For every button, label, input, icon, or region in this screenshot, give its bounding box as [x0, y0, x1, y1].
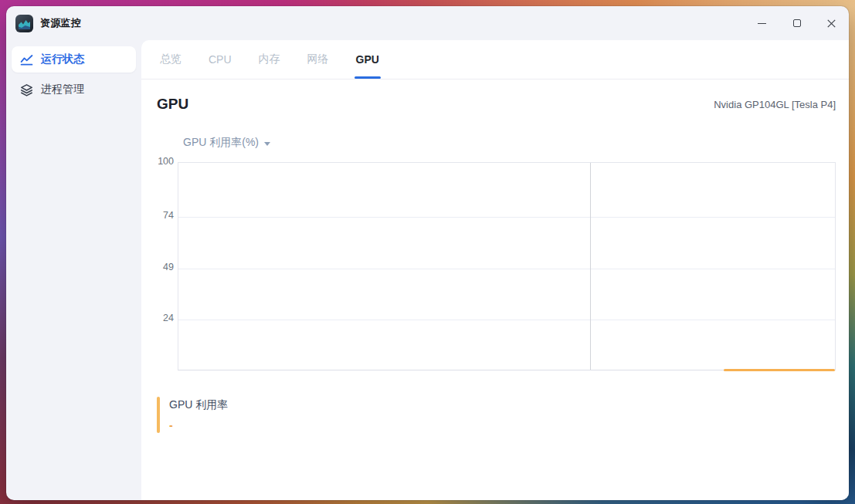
gridline — [178, 217, 835, 218]
minimize-icon — [758, 23, 766, 24]
tab-label: 内存 — [259, 52, 280, 66]
legend-value: - — [169, 419, 228, 431]
layers-icon — [20, 83, 33, 96]
legend-gpu-utilization[interactable]: GPU 利用率 - — [157, 397, 228, 433]
titlebar: 资源监控 — [6, 6, 849, 40]
tab-cpu[interactable]: CPU — [207, 40, 233, 79]
tab-label: 网络 — [307, 52, 329, 66]
close-icon — [827, 19, 836, 28]
tab-memory[interactable]: 内存 — [257, 40, 282, 79]
app-title: 资源监控 — [40, 16, 81, 30]
page-header: GPU Nvidia GP104GL [Tesla P4] — [157, 96, 836, 113]
page-title: GPU — [157, 96, 188, 113]
gpu-utilization-plot-area — [178, 162, 836, 370]
sidebar-item-label: 进程管理 — [41, 83, 84, 96]
legend-label: GPU 利用率 — [169, 398, 228, 412]
line-chart-icon — [20, 53, 33, 66]
gridline — [178, 269, 835, 269]
y-axis-tick: 49 — [141, 262, 174, 272]
maximize-icon — [793, 19, 801, 27]
app-icon — [15, 15, 33, 32]
tab-overview[interactable]: 总览 — [158, 40, 183, 79]
chart-metric-label: GPU 利用率(%) — [183, 136, 259, 150]
chart-metric-selector[interactable]: GPU 利用率(%) — [183, 136, 270, 150]
y-axis-tick: 24 — [141, 313, 174, 323]
x-axis-split-line — [590, 163, 591, 370]
legend-texts: GPU 利用率 - — [169, 397, 228, 433]
sidebar-item-label: 运行状态 — [41, 52, 84, 66]
tab-label: GPU — [356, 53, 379, 66]
sidebar: 运行状态 进程管理 — [6, 40, 141, 500]
desktop-wallpaper: 资源监控 — [0, 0, 855, 504]
active-tab-underline — [355, 76, 381, 79]
tab-gpu[interactable]: GPU — [355, 40, 381, 79]
legend-color-bar — [157, 397, 160, 433]
maximize-button[interactable] — [779, 6, 814, 40]
tab-label: CPU — [209, 53, 232, 66]
window-controls — [745, 6, 849, 40]
main-panel: 总览 CPU 内存 网络 GPU GPU Nvidia GP104GL [ — [141, 40, 849, 500]
sidebar-item-process-management[interactable]: 进程管理 — [12, 76, 136, 103]
y-axis-tick: 100 — [141, 156, 174, 167]
gpu-utilization-series-line — [724, 369, 836, 371]
minimize-button[interactable] — [745, 6, 779, 40]
sidebar-item-running-status[interactable]: 运行状态 — [12, 46, 136, 73]
tab-bar: 总览 CPU 内存 网络 GPU — [141, 40, 849, 79]
tab-label: 总览 — [160, 52, 182, 66]
gpu-device-name: Nvidia GP104GL [Tesla P4] — [714, 99, 836, 110]
resource-monitor-window: 资源监控 — [6, 6, 849, 500]
y-axis-tick: 74 — [141, 210, 174, 221]
chevron-down-icon — [264, 142, 270, 146]
tab-network[interactable]: 网络 — [306, 40, 331, 79]
gridline — [178, 320, 835, 320]
close-button[interactable] — [814, 6, 849, 40]
